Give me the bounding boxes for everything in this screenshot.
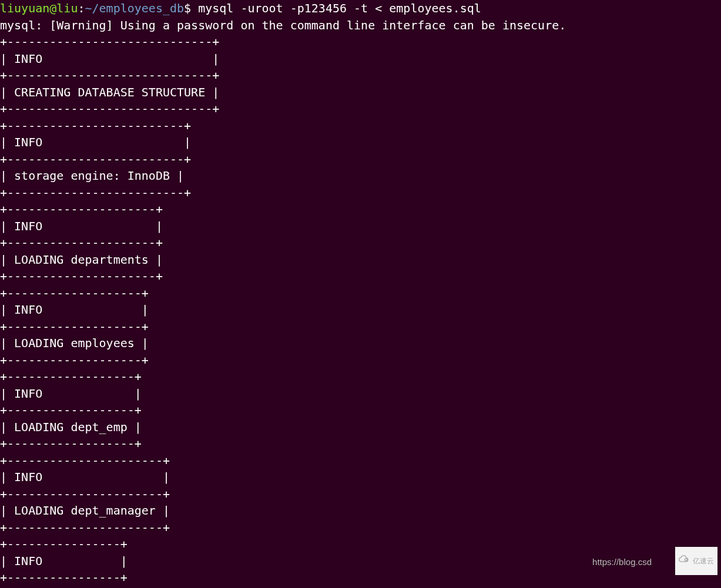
table-border: +------------------+ [0,403,142,417]
table-border: +----------------------+ [0,453,170,468]
table-row: | CREATING DATABASE STRUCTURE | [0,85,219,99]
prompt-separator: : [78,1,85,15]
table-row: | LOADING employees | [0,336,149,350]
watermark-badge: 亿速云 [675,547,717,576]
table-border: +-------------------+ [0,286,149,300]
warning-line: mysql: [Warning] Using a password on the… [0,18,566,32]
table-border: +----------------+ [0,537,128,551]
table-header: | INFO | [0,135,191,149]
table-border: +-----------------------------+ [0,68,219,82]
table-border: +-------------------+ [0,320,149,334]
cloud-icon [679,553,690,570]
command-text: mysql -uroot -p123456 -t < employees.sql [191,1,481,15]
table-header: | INFO | [0,219,163,233]
watermark-url: https://blog.csd [592,554,652,571]
prompt-path: ~/employees_db [85,1,185,15]
watermark-text: 亿速云 [693,553,714,570]
table-row: | storage engine: InnoDB | [0,169,184,183]
table-border: +---------------------+ [0,269,163,283]
svg-point-0 [685,558,687,560]
table-header: | INFO | [0,554,128,568]
prompt-user-host: liuyuan@liu [0,1,78,15]
prompt-dollar: $ [184,1,191,15]
table-border: +-----------------------------+ [0,35,219,49]
table-border: +-------------------------+ [0,152,191,166]
table-border: +------------------+ [0,436,142,451]
table-header: | INFO | [0,470,170,484]
table-header: | INFO | [0,52,219,66]
table-row: | LOADING dept_emp | [0,420,142,434]
table-border: +-------------------+ [0,353,149,367]
table-header: | INFO | [0,303,149,317]
table-border: +-------------------------+ [0,186,191,200]
table-header: | INFO | [0,387,142,401]
table-border: +---------------------+ [0,236,163,250]
table-border: +-----------------------------+ [0,102,219,116]
table-border: +---------------------+ [0,202,163,216]
terminal-output: liuyuan@liu:~/employees_db$ mysql -uroot… [0,0,721,586]
table-border: +----------------------+ [0,487,170,501]
table-row: | LOADING dept_manager | [0,503,170,518]
table-border: +-------------------------+ [0,119,191,133]
table-border: +----------------+ [0,570,128,584]
table-border: +------------------+ [0,369,142,384]
table-row: | LOADING departments | [0,253,163,267]
table-border: +----------------------+ [0,520,170,535]
